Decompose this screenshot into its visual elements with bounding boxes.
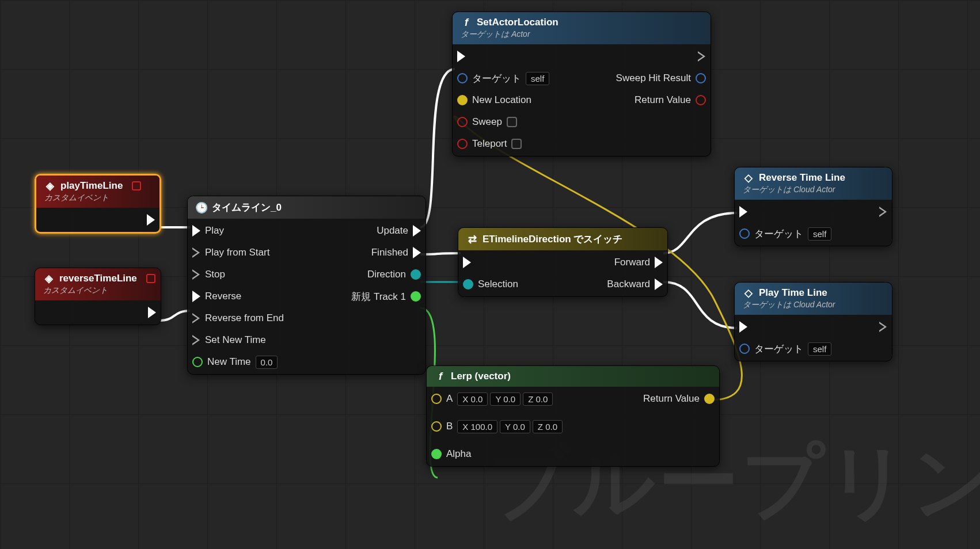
delegate-pin[interactable]: [132, 181, 141, 190]
node-set-actor-location[interactable]: f SetActorLocation ターゲットは Actor ターゲットsel…: [452, 12, 711, 157]
exec-out-pin[interactable]: [879, 322, 887, 332]
pin-label: Reverse: [205, 291, 241, 302]
pin-label: Play from Start: [205, 247, 269, 258]
enum-out-direction-pin[interactable]: [411, 269, 421, 280]
pin-label: Direction: [367, 269, 406, 280]
b-y-input[interactable]: Y 0.0: [500, 420, 530, 433]
clock-icon: 🕒: [196, 202, 207, 214]
float-in-newtime-pin[interactable]: [192, 357, 203, 367]
node-title: Reverse Time Line: [759, 172, 845, 184]
pin-label: Stop: [205, 269, 225, 280]
exec-in-pin[interactable]: [739, 206, 747, 218]
pin-label: Return Value: [635, 94, 691, 106]
exec-in-setnewtime-pin[interactable]: [192, 335, 200, 345]
custom-event-icon: ◈: [44, 180, 56, 192]
exec-in-playfromstart-pin[interactable]: [192, 247, 200, 258]
teleport-checkbox[interactable]: [511, 139, 522, 149]
a-z-input[interactable]: Z 0.0: [523, 392, 553, 406]
node-title: Play Time Line: [759, 287, 827, 299]
vector-out-return-pin[interactable]: [704, 394, 715, 404]
exec-out-update-pin[interactable]: [413, 225, 421, 237]
exec-in-pin[interactable]: [457, 51, 465, 62]
node-header: 🕒 タイムライン_0: [188, 196, 426, 219]
pin-label: Selection: [478, 279, 518, 290]
pin-label: ターゲット: [754, 342, 803, 356]
enum-in-selection-pin[interactable]: [463, 279, 473, 289]
exec-out-pin[interactable]: [698, 51, 706, 62]
node-subtitle: ターゲットは Actor: [461, 29, 530, 40]
pin-label: Sweep: [472, 116, 502, 128]
exec-out-finished-pin[interactable]: [413, 247, 421, 258]
node-title: reverseTimeLine: [59, 273, 137, 284]
float-out-track1-pin[interactable]: [411, 291, 421, 302]
pin-label: Teleport: [472, 138, 507, 150]
pin-label: Update: [377, 225, 408, 237]
node-reverse-timeline-event[interactable]: ◈ reverseTimeLine カスタムイベント: [35, 268, 161, 325]
exec-out-pin[interactable]: [879, 207, 887, 217]
pin-label: Backward: [607, 279, 650, 290]
a-x-input[interactable]: X 0.0: [457, 392, 488, 406]
target-value[interactable]: self: [808, 342, 831, 356]
exec-in-stop-pin[interactable]: [192, 269, 200, 280]
pin-label: New Location: [472, 94, 531, 106]
vector-in-b-pin[interactable]: [431, 421, 442, 432]
switch-icon: ⇄: [466, 234, 478, 245]
node-header: ◇ Play Time Line ターゲットは Cloud Actor: [735, 283, 892, 315]
node-timeline[interactable]: 🕒 タイムライン_0 Play Play from Start Stop Rev…: [187, 196, 426, 375]
bool-in-sweep-pin[interactable]: [457, 117, 468, 127]
exec-in-pin[interactable]: [463, 257, 471, 268]
node-header: ◈ reverseTimeLine カスタムイベント: [35, 268, 161, 300]
struct-out-sweephit-pin[interactable]: [696, 73, 706, 83]
b-z-input[interactable]: Z 0.0: [533, 420, 563, 433]
b-x-input[interactable]: X 100.0: [457, 420, 497, 433]
pin-label: New Time: [207, 356, 251, 368]
vector-in-a-pin[interactable]: [431, 394, 442, 404]
exec-in-reversefromend-pin[interactable]: [192, 313, 200, 323]
exec-out-pin[interactable]: [147, 214, 155, 226]
pin-label: Return Value: [643, 393, 700, 405]
exec-out-pin[interactable]: [148, 307, 156, 318]
newtime-value-input[interactable]: 0.0: [256, 356, 278, 369]
custom-event-icon: ◈: [43, 273, 55, 284]
pin-label: Play: [205, 225, 224, 237]
node-title: タイムライン_0: [212, 201, 282, 214]
a-y-input[interactable]: Y 0.0: [490, 392, 521, 406]
node-switch-timeline-direction[interactable]: ⇄ ETimelineDirection でスイッチ Selection For…: [458, 227, 668, 297]
bool-in-teleport-pin[interactable]: [457, 139, 468, 149]
exec-in-reverse-pin[interactable]: [192, 291, 200, 302]
node-header: ◇ Reverse Time Line ターゲットは Cloud Actor: [735, 167, 892, 200]
object-in-target-pin[interactable]: [457, 73, 468, 83]
exec-in-play-pin[interactable]: [192, 225, 200, 237]
event-call-icon: ◇: [743, 172, 754, 184]
target-value[interactable]: self: [808, 227, 831, 241]
pin-label: B: [446, 421, 453, 432]
node-play-timeline-call[interactable]: ◇ Play Time Line ターゲットは Cloud Actor ターゲッ…: [734, 282, 892, 361]
delegate-pin[interactable]: [146, 274, 155, 283]
target-value[interactable]: self: [526, 72, 549, 85]
node-reverse-timeline-call[interactable]: ◇ Reverse Time Line ターゲットは Cloud Actor タ…: [734, 167, 892, 246]
pin-label: Finished: [371, 247, 408, 258]
node-title: SetActorLocation: [477, 17, 559, 28]
pin-label: 新規 Track 1: [351, 290, 406, 303]
object-in-target-pin[interactable]: [739, 228, 750, 239]
node-play-timeline-event[interactable]: ◈ playTimeLine カスタムイベント: [35, 174, 161, 234]
node-title: playTimeLine: [60, 180, 123, 192]
pin-label: Set New Time: [205, 334, 266, 346]
exec-out-forward-pin[interactable]: [655, 257, 663, 268]
pin-label: Reverse from End: [205, 312, 284, 324]
float-in-alpha-pin[interactable]: [431, 449, 442, 459]
node-header: f Lerp (vector): [427, 366, 719, 387]
vector-in-newlocation-pin[interactable]: [457, 95, 468, 105]
bool-out-return-pin[interactable]: [696, 95, 706, 105]
function-icon: f: [435, 371, 446, 382]
pin-label: Sweep Hit Result: [616, 73, 691, 84]
node-lerp-vector[interactable]: f Lerp (vector) A X 0.0 Y 0.0 Z 0.0 B X …: [426, 365, 720, 467]
node-subtitle: カスタムイベント: [44, 193, 109, 203]
exec-in-pin[interactable]: [739, 321, 747, 333]
pin-label: Forward: [614, 257, 650, 268]
exec-out-backward-pin[interactable]: [655, 279, 663, 290]
sweep-checkbox[interactable]: [507, 117, 517, 127]
node-title: ETimelineDirection でスイッチ: [483, 232, 622, 246]
object-in-target-pin[interactable]: [739, 344, 750, 354]
function-icon: f: [461, 17, 472, 28]
